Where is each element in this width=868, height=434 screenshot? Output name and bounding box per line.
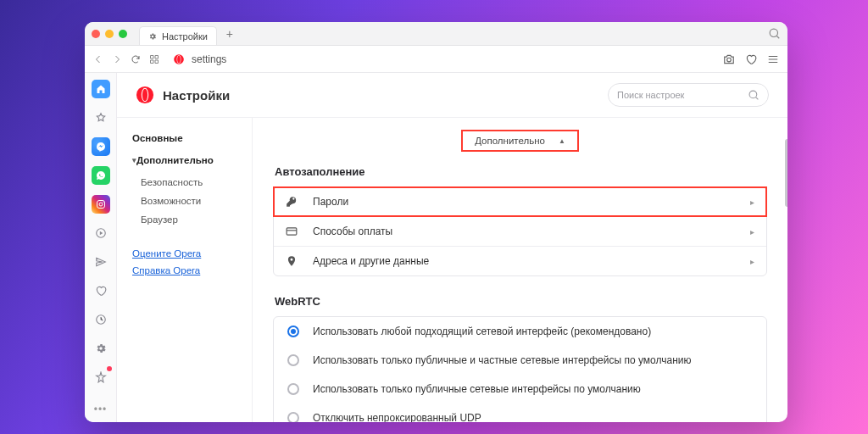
key-icon (286, 196, 301, 208)
advanced-toggle[interactable]: Дополнительно ▲ (461, 130, 579, 152)
chevron-right-icon: ▸ (750, 227, 754, 236)
search-icon (769, 28, 781, 40)
settings-nav: Основные Дополнительно Безопасность Возм… (117, 118, 253, 422)
sidebar-home-icon[interactable] (92, 80, 110, 98)
body: ••• Настройки Поиск настроек Основные До… (85, 73, 787, 422)
nav-advanced[interactable]: Дополнительно (132, 155, 245, 165)
tab-bar: Настройки + (85, 22, 787, 46)
sidebar-player-icon[interactable] (92, 224, 110, 242)
sidebar-messenger-icon[interactable] (92, 137, 110, 156)
sidebar-flow-icon[interactable] (92, 253, 110, 271)
sidebar-whatsapp-icon[interactable] (92, 166, 110, 185)
section-autofill-title: Автозаполнение (275, 165, 767, 178)
app-sidebar: ••• (85, 73, 117, 422)
new-tab-button[interactable]: + (220, 27, 239, 41)
radio-icon (287, 383, 299, 395)
sidebar-bookmarks-icon[interactable] (92, 108, 110, 127)
tab-search-button[interactable] (769, 28, 781, 40)
speed-dial-button[interactable] (149, 54, 159, 64)
card-icon (286, 225, 301, 237)
row-payment-label: Способы оплаты (313, 225, 392, 237)
page-header: Настройки Поиск настроек (117, 73, 787, 118)
webrtc-card: Использовать любой подходящий сетевой ин… (273, 316, 767, 422)
window-controls[interactable] (92, 30, 127, 38)
webrtc-opt4[interactable]: Отключить непроксированный UDP (274, 403, 766, 422)
toolbar: settings (85, 46, 787, 73)
radio-icon (287, 354, 299, 366)
svg-point-10 (142, 89, 147, 102)
nav-security[interactable]: Безопасность (141, 177, 245, 187)
advanced-toggle-label: Дополнительно (475, 136, 545, 146)
page-title: Настройки (163, 88, 230, 103)
webrtc-opt1-label: Использовать любой подходящий сетевой ин… (313, 326, 651, 337)
row-passwords[interactable]: Пароли ▸ (274, 187, 766, 216)
webrtc-opt3-label: Использовать только публичные сетевые ин… (313, 383, 641, 395)
opera-logo-icon (173, 53, 185, 65)
radio-icon (287, 326, 299, 337)
easy-setup-button[interactable] (767, 53, 779, 65)
svg-point-4 (99, 203, 103, 206)
settings-content: Настройки Поиск настроек Основные Дополн… (117, 73, 787, 422)
sidebar-instagram-icon[interactable] (92, 195, 110, 214)
forward-button[interactable] (112, 54, 122, 64)
nav-help-opera-link[interactable]: Справка Opera (132, 265, 245, 275)
heart-button[interactable] (745, 53, 757, 65)
row-payment[interactable]: Способы оплаты ▸ (274, 216, 766, 246)
address-text: settings (192, 53, 226, 65)
maximize-window-icon[interactable] (119, 30, 127, 38)
chevron-up-icon: ▲ (559, 137, 565, 145)
sidebar-more-icon[interactable]: ••• (94, 403, 108, 415)
row-addresses-label: Адреса и другие данные (313, 255, 429, 267)
search-icon (748, 90, 760, 101)
search-settings-input[interactable]: Поиск настроек (608, 83, 769, 107)
scrollbar-thumb[interactable] (785, 139, 787, 207)
webrtc-opt4-label: Отключить непроксированный UDP (313, 412, 481, 422)
svg-rect-11 (287, 228, 297, 235)
minimize-window-icon[interactable] (105, 30, 114, 38)
row-addresses[interactable]: Адреса и другие данные ▸ (274, 246, 766, 275)
tab-settings[interactable]: Настройки (139, 26, 217, 45)
close-window-icon[interactable] (92, 30, 100, 38)
sidebar-pins-icon[interactable] (92, 281, 110, 300)
address-bar[interactable]: settings (173, 53, 226, 65)
sidebar-pinboard-icon[interactable] (92, 368, 110, 387)
row-passwords-label: Пароли (313, 196, 348, 208)
reload-button[interactable] (131, 54, 141, 64)
webrtc-opt2-label: Использовать только публичные и частные … (313, 354, 691, 366)
back-button[interactable] (93, 54, 103, 64)
sidebar-settings-icon[interactable] (92, 339, 110, 358)
browser-window: Настройки + settings (85, 22, 787, 422)
snapshot-button[interactable] (723, 53, 735, 65)
chevron-right-icon: ▸ (750, 257, 754, 266)
pin-icon (286, 255, 301, 267)
settings-main: Дополнительно ▲ Автозаполнение Пароли ▸ (253, 118, 787, 422)
autofill-card: Пароли ▸ Способы оплаты ▸ Адреса и други… (273, 186, 767, 276)
sidebar-history-icon[interactable] (92, 310, 110, 329)
nav-browser[interactable]: Браузер (141, 214, 245, 225)
tab-label: Настройки (162, 31, 208, 42)
radio-icon (287, 412, 299, 422)
svg-point-2 (177, 55, 181, 63)
chevron-right-icon: ▸ (750, 198, 754, 207)
scrollbar[interactable] (785, 46, 787, 422)
webrtc-opt3[interactable]: Использовать только публичные сетевые ин… (274, 375, 766, 403)
webrtc-opt2[interactable]: Использовать только публичные и частные … (274, 346, 766, 375)
nav-features[interactable]: Возможности (141, 196, 245, 206)
opera-logo-icon (136, 86, 154, 104)
svg-point-5 (103, 202, 103, 203)
nav-rate-opera-link[interactable]: Оцените Opera (132, 248, 245, 259)
nav-basic[interactable]: Основные (132, 133, 245, 143)
search-placeholder: Поиск настроек (617, 90, 684, 100)
webrtc-opt1[interactable]: Использовать любой подходящий сетевой ин… (274, 317, 766, 346)
gear-icon (148, 32, 157, 41)
section-webrtc-title: WebRTC (275, 295, 767, 308)
